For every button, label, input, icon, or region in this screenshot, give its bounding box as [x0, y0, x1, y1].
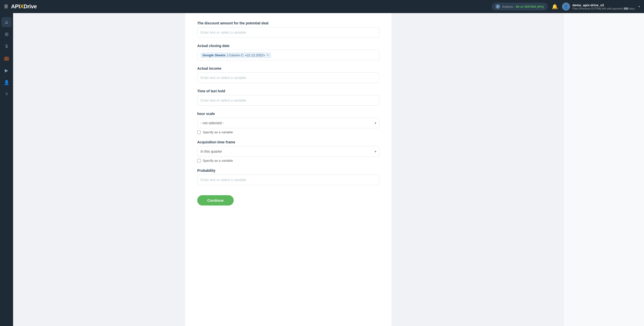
last-hold-input[interactable]: [197, 95, 379, 106]
actions-count: 66 of 200'000 (0%): [516, 5, 544, 9]
sidebar-item-help[interactable]: ?: [2, 90, 12, 100]
actions-label: Actions:: [502, 5, 514, 9]
notifications-bell[interactable]: 🔔: [552, 4, 558, 10]
topnav-actions: i Actions: 66 of 200'000 (0%) 🔔 👤 demo_a…: [492, 3, 640, 11]
closing-date-tag-input[interactable]: Google Sheets | Column C: «21.12.2022» ✕: [197, 50, 379, 60]
user-plan: Plan |Premium EXTRA| left until payment …: [573, 7, 635, 10]
sidebar: ⌂ ⊞ $ 💼 ▶ 👤 ?: [0, 13, 13, 326]
chevron-down-icon: ▾: [638, 5, 640, 8]
continue-button[interactable]: Continue: [197, 195, 234, 206]
hour-scale-select-wrapper: - not selected - Hour Day Week Month ▾: [197, 118, 379, 128]
hour-scale-specify-variable-label[interactable]: Specify as a variable: [203, 130, 233, 134]
sidebar-item-play[interactable]: ▶: [2, 65, 12, 75]
sidebar-item-briefcase[interactable]: 💼: [2, 53, 12, 63]
user-avatar: 👤: [562, 3, 570, 11]
sidebar-item-home[interactable]: ⌂: [2, 17, 12, 27]
hour-scale-field-group: hour scale - not selected - Hour Day Wee…: [197, 112, 379, 134]
closing-date-tag-chip: Google Sheets | Column C: «21.12.2022» ✕: [200, 52, 271, 58]
tag-source: Google Sheets: [203, 53, 225, 57]
actual-income-input[interactable]: [197, 72, 379, 83]
user-section[interactable]: 👤 demo_apix-drive_s3 Plan |Premium EXTRA…: [562, 3, 640, 11]
content-area: The discount amount for the potential de…: [13, 13, 564, 326]
acquisition-time-frame-field-group: Acquisition time frame In this quarter T…: [197, 140, 379, 162]
sidebar-item-user[interactable]: 👤: [2, 77, 12, 88]
logo-text: APIXDrive: [11, 3, 37, 10]
main-layout: ⌂ ⊞ $ 💼 ▶ 👤 ? The discount amount for th…: [0, 13, 644, 326]
acquisition-specify-variable-row: Specify as a variable: [197, 159, 379, 162]
acquisition-time-frame-select-wrapper: In this quarter This month This week Tod…: [197, 146, 379, 157]
discount-label: The discount amount for the potential de…: [197, 21, 379, 25]
tag-detail: | Column C: «21.12.2022»: [227, 53, 265, 57]
last-hold-label: Time of last hold: [197, 89, 379, 93]
closing-date-label: Actual closing date: [197, 44, 379, 48]
acquisition-time-frame-label: Acquisition time frame: [197, 140, 379, 144]
tag-close-icon[interactable]: ✕: [267, 54, 269, 57]
right-panel: [564, 13, 644, 326]
hour-scale-specify-variable-row: Specify as a variable: [197, 130, 379, 134]
sidebar-item-billing[interactable]: $: [2, 41, 12, 51]
info-icon: i: [496, 4, 500, 9]
acquisition-time-frame-select[interactable]: In this quarter This month This week Tod…: [197, 146, 379, 157]
hour-scale-specify-variable-checkbox[interactable]: [197, 131, 201, 134]
hamburger-menu[interactable]: ☰: [4, 4, 8, 9]
last-hold-field-group: Time of last hold: [197, 89, 379, 106]
hour-scale-select[interactable]: - not selected - Hour Day Week Month: [197, 118, 379, 128]
actual-income-field-group: Actual income: [197, 66, 379, 83]
probability-input[interactable]: [197, 175, 379, 185]
actions-badge: i Actions: 66 of 200'000 (0%): [492, 3, 548, 10]
actual-income-label: Actual income: [197, 66, 379, 70]
closing-date-field-group: Actual closing date Google Sheets | Colu…: [197, 44, 379, 60]
user-info: demo_apix-drive_s3 Plan |Premium EXTRA| …: [573, 3, 635, 10]
logo: APIXDrive: [11, 3, 37, 10]
hour-scale-label: hour scale: [197, 112, 379, 116]
user-name: demo_apix-drive_s3: [573, 3, 635, 7]
probability-field-group: Probability: [197, 169, 379, 185]
probability-label: Probability: [197, 169, 379, 173]
discount-field-group: The discount amount for the potential de…: [197, 21, 379, 38]
sidebar-item-grid[interactable]: ⊞: [2, 29, 12, 39]
acquisition-specify-variable-checkbox[interactable]: [197, 159, 201, 162]
top-navigation: ☰ APIXDrive i Actions: 66 of 200'000 (0%…: [0, 0, 644, 13]
acquisition-specify-variable-label[interactable]: Specify as a variable: [203, 159, 233, 162]
form-container: The discount amount for the potential de…: [185, 13, 391, 326]
discount-input[interactable]: [197, 27, 379, 38]
